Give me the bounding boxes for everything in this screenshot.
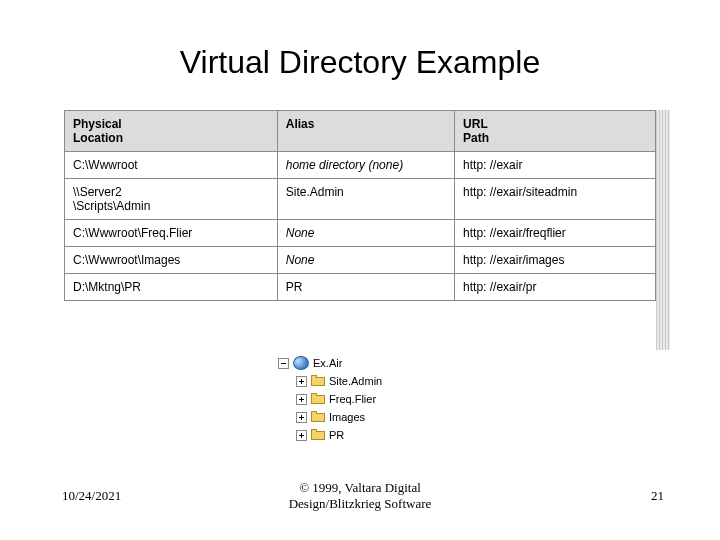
cell-phys: C:\Wwwroot\Images xyxy=(65,247,278,274)
cell-url: http: //exair xyxy=(455,152,656,179)
cell-alias: home directory (none) xyxy=(277,152,454,179)
folder-icon xyxy=(311,375,325,387)
tree-child-row[interactable]: PR xyxy=(296,426,382,444)
tree-child-row[interactable]: Images xyxy=(296,408,382,426)
cell-alias: PR xyxy=(277,274,454,301)
cell-phys: \\Server2\Scripts\Admin xyxy=(65,179,278,220)
folder-icon xyxy=(311,429,325,441)
col-url-path: URLPath xyxy=(455,111,656,152)
tree-root-row[interactable]: Ex.Air xyxy=(278,354,382,372)
cell-phys: C:\Wwwroot xyxy=(65,152,278,179)
cell-url: http: //exair/siteadmin xyxy=(455,179,656,220)
footer-page-number: 21 xyxy=(651,488,664,504)
globe-icon xyxy=(293,356,309,370)
tree-child-row[interactable]: Site.Admin xyxy=(296,372,382,390)
table-row: C:\Wwwroot\Images None http: //exair/ima… xyxy=(65,247,656,274)
cell-phys: C:\Wwwroot\Freq.Flier xyxy=(65,220,278,247)
cell-phys: D:\Mktng\PR xyxy=(65,274,278,301)
cell-alias: Site.Admin xyxy=(277,179,454,220)
plus-icon[interactable] xyxy=(296,412,307,423)
decorative-stripe xyxy=(656,110,670,350)
tree-child-label: PR xyxy=(329,426,344,444)
tree-child-row[interactable]: Freq.Flier xyxy=(296,390,382,408)
plus-icon[interactable] xyxy=(296,394,307,405)
folder-icon xyxy=(311,393,325,405)
plus-icon[interactable] xyxy=(296,376,307,387)
tree-root-label: Ex.Air xyxy=(313,354,342,372)
cell-alias: None xyxy=(277,247,454,274)
folder-icon xyxy=(311,411,325,423)
tree-child-label: Freq.Flier xyxy=(329,390,376,408)
vdir-table: PhysicalLocation Alias URLPath C:\Wwwroo… xyxy=(64,110,656,301)
minus-icon[interactable] xyxy=(278,358,289,369)
col-physical-location: PhysicalLocation xyxy=(65,111,278,152)
table-row: C:\Wwwroot\Freq.Flier None http: //exair… xyxy=(65,220,656,247)
cell-url: http: //exair/freqflier xyxy=(455,220,656,247)
tree-child-label: Images xyxy=(329,408,365,426)
cell-url: http: //exair/pr xyxy=(455,274,656,301)
footer-copyright: © 1999, Valtara DigitalDesign/Blitzkrieg… xyxy=(0,480,720,512)
folder-tree: Ex.Air Site.Admin Freq.Flier Images PR xyxy=(278,354,382,444)
plus-icon[interactable] xyxy=(296,430,307,441)
slide: Virtual Directory Example PhysicalLocati… xyxy=(0,0,720,540)
table-row: \\Server2\Scripts\Admin Site.Admin http:… xyxy=(65,179,656,220)
tree-child-label: Site.Admin xyxy=(329,372,382,390)
vdir-table-wrap: PhysicalLocation Alias URLPath C:\Wwwroo… xyxy=(64,110,656,301)
cell-alias: None xyxy=(277,220,454,247)
slide-title: Virtual Directory Example xyxy=(0,0,720,81)
cell-url: http: //exair/images xyxy=(455,247,656,274)
table-row: D:\Mktng\PR PR http: //exair/pr xyxy=(65,274,656,301)
table-row: C:\Wwwroot home directory (none) http: /… xyxy=(65,152,656,179)
table-header-row: PhysicalLocation Alias URLPath xyxy=(65,111,656,152)
col-alias: Alias xyxy=(277,111,454,152)
